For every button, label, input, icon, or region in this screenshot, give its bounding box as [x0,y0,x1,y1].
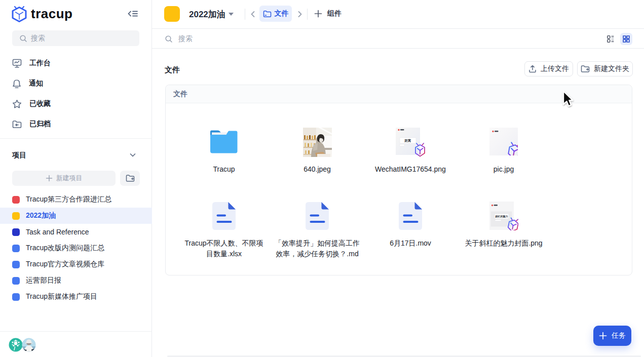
svg-text:斜杠的魅力: 斜杠的魅力 [495,215,508,218]
svg-text:距离: 距离 [404,139,412,143]
